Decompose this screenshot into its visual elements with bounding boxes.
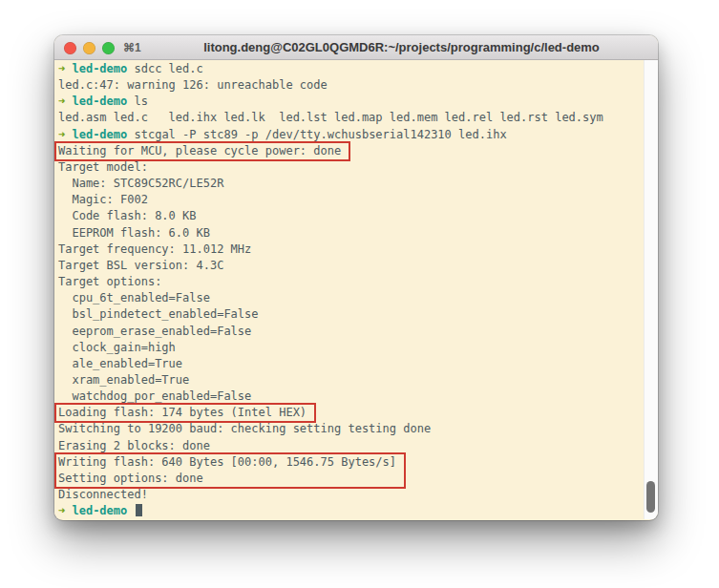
output-line: eeprom_erase_enabled=False: [54, 324, 644, 340]
output-line: Setting options: done: [56, 471, 396, 487]
output-line: Target BSL version: 4.3C: [54, 258, 644, 274]
output-line: Name: STC89C52RC/LE52R: [54, 176, 644, 192]
minimize-button[interactable]: [83, 42, 95, 54]
output-line: Disconnected!: [54, 487, 644, 503]
output-line: Magic: F002: [54, 192, 644, 208]
prompt-arrow-icon: ➜: [58, 504, 65, 517]
highlight-box: Writing flash: 640 Bytes [00:00, 1546.75…: [54, 452, 406, 489]
prompt-directory: led-demo: [72, 62, 127, 75]
highlight-box: Loading flash: 174 bytes (Intel HEX): [54, 403, 316, 423]
desktop: ⌘1 litong.deng@C02GL0QGMD6R:~/projects/p…: [0, 0, 719, 588]
output-line: led.asm led.c led.ihx led.lk led.lst led…: [54, 110, 644, 126]
output-block: Disconnected!➜ led-demo: [54, 487, 644, 519]
output-line: clock_gain=high: [54, 340, 644, 356]
output-block: Target model: Name: STC89C52RC/LE52R Mag…: [54, 159, 644, 405]
highlight-box: Waiting for MCU, please cycle power: don…: [54, 141, 350, 161]
output-line: led.c:47: warning 126: unreachable code: [54, 77, 644, 94]
output-block: Switching to 19200 baud: checking settin…: [54, 421, 644, 453]
output-line: cpu_6t_enabled=False: [54, 290, 644, 306]
prompt-arrow-icon: ➜: [58, 94, 65, 108]
prompt-arrow-icon: ➜: [58, 62, 65, 75]
output-line: xram_enabled=True: [54, 372, 644, 388]
scrollbar-track[interactable]: [644, 60, 658, 519]
terminal-cursor: [136, 504, 142, 516]
close-button[interactable]: [64, 42, 76, 54]
output-line: EEPROM flash: 6.0 KB: [54, 225, 644, 242]
prompt-arrow-icon: ➜: [58, 128, 65, 141]
output-line: Code flash: 8.0 KB: [54, 208, 644, 224]
prompt-line: ➜ led-demo ls: [54, 94, 644, 110]
tab-shortcut-badge: ⌘1: [123, 35, 141, 60]
scrollbar-thumb[interactable]: [646, 481, 655, 513]
output-line: Target frequency: 11.012 MHz: [54, 242, 644, 258]
prompt-directory: led-demo: [72, 504, 127, 517]
output-line: Writing flash: 640 Bytes [00:00, 1546.75…: [56, 454, 396, 471]
terminal-screen[interactable]: ➜ led-demo sdcc led.cled.c:47: warning 1…: [54, 60, 644, 519]
output-line: ale_enabled=True: [54, 356, 644, 372]
traffic-lights: [64, 42, 115, 54]
output-line: bsl_pindetect_enabled=False: [54, 306, 644, 323]
output-line: Waiting for MCU, please cycle power: don…: [56, 143, 341, 159]
output-line: Loading flash: 174 bytes (Intel HEX): [56, 405, 307, 421]
prompt-directory: led-demo: [72, 128, 127, 141]
terminal-window: ⌘1 litong.deng@C02GL0QGMD6R:~/projects/p…: [54, 35, 658, 520]
prompt-line: ➜ led-demo: [54, 503, 644, 519]
window-content: ➜ led-demo sdcc led.cled.c:47: warning 1…: [54, 60, 658, 519]
maximize-button[interactable]: [102, 42, 115, 54]
prompt-directory: led-demo: [72, 94, 127, 108]
output-line: Target model:: [54, 159, 644, 176]
output-line: Switching to 19200 baud: checking settin…: [54, 421, 644, 437]
output-block: ➜ led-demo sdcc led.cled.c:47: warning 1…: [54, 61, 644, 143]
prompt-line: ➜ led-demo sdcc led.c: [54, 61, 644, 77]
terminal-lines: ➜ led-demo sdcc led.cled.c:47: warning 1…: [54, 61, 644, 519]
output-line: Target options:: [54, 274, 644, 290]
window-title: litong.deng@C02GL0QGMD6R:~/projects/prog…: [145, 35, 658, 60]
window-titlebar[interactable]: ⌘1 litong.deng@C02GL0QGMD6R:~/projects/p…: [54, 35, 658, 60]
